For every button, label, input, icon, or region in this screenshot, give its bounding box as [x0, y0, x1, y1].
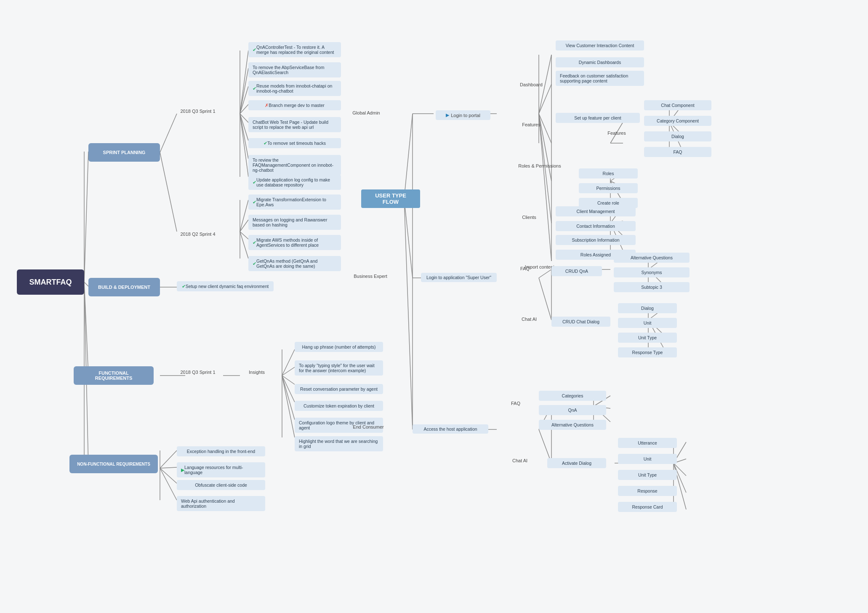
ec-faq-item-1: QnA: [539, 405, 606, 415]
features-item-2: Dialog: [644, 131, 711, 141]
insights-label: Insights: [240, 370, 274, 375]
svg-line-36: [404, 114, 413, 199]
sprint-q2-label: 2018 Q2 Sprint 4: [177, 232, 219, 237]
login-superuser-label: Login to application "Super User": [421, 273, 497, 282]
sprint-q2-item-2: ✔Migrate AWS methods inside of AgentServ…: [248, 235, 341, 250]
sprint-q3-item-0: ✔QnAControllerTest - To restore it. A me…: [248, 42, 341, 57]
end-consumer-label: End Consumer: [345, 424, 391, 429]
svg-line-66: [539, 269, 551, 278]
svg-line-7: [240, 51, 248, 114]
svg-line-14: [240, 114, 248, 177]
sprint-q2-item-1: Messages on logging and Rawanswer based …: [248, 215, 341, 230]
ec-chatai-item-4: Response Card: [618, 502, 677, 512]
be-chatai-item-1: Unit: [618, 318, 677, 328]
roles-item-1: Permissions: [579, 183, 638, 193]
dashboard-label: Dashboard: [514, 82, 548, 87]
sprint-q3-item-7: ✔Update application log config to make u…: [248, 175, 341, 190]
ec-faq-item-0: Categories: [539, 391, 606, 401]
svg-line-83: [404, 199, 413, 429]
clients-item-0: Client Management: [556, 206, 636, 216]
ec-activate-dialog: Activate Dialog: [547, 458, 606, 468]
svg-line-10: [240, 104, 248, 114]
nonfunctional-item-3: Web Api authentication and authorization: [177, 496, 265, 511]
svg-line-8: [240, 68, 248, 114]
svg-line-6: [160, 152, 177, 232]
be-faq-item-1: Synonyms: [614, 267, 690, 277]
dashboard-item-1: Dynamic Dashboards: [556, 57, 644, 67]
global-admin-label: Global Admin: [345, 110, 387, 115]
svg-line-27: [282, 376, 295, 402]
svg-line-2: [84, 282, 88, 376]
clients-label: Clients: [514, 215, 544, 220]
ec-chatai-label: Chat AI: [505, 458, 535, 463]
svg-line-1: [84, 282, 88, 286]
usertype-label: USER TYPE FLOW: [368, 192, 413, 205]
build-item-0: ✔Setup new client dynamic faq environmen…: [177, 281, 274, 291]
svg-line-0: [84, 152, 88, 282]
access-host-label: Access the host application: [413, 424, 488, 434]
sprint-q3-item-6: To review the FAQManagementComponent on …: [248, 155, 341, 175]
be-chatai-label: Chat AI: [514, 317, 544, 322]
ec-chatai-item-3: Response: [618, 486, 677, 496]
svg-line-55: [539, 114, 551, 223]
category-build-label: BUILD & DEPLOYMENT: [98, 285, 150, 290]
connectors: [0, 0, 868, 613]
features-label: Features: [514, 122, 548, 127]
svg-line-62: [539, 114, 551, 261]
features-sub-label: Features: [602, 131, 631, 136]
functional-item-3: Customize token expiration by client: [295, 401, 383, 411]
ec-faq-label: FAQ: [505, 401, 526, 406]
svg-line-16: [240, 200, 248, 232]
functional-item-5: Highlight the word that we are searching…: [295, 436, 383, 451]
svg-line-34: [160, 468, 177, 500]
functional-item-0: Hang up phrase (number of attempts): [295, 342, 383, 352]
svg-line-32: [160, 467, 177, 468]
sprint-q3-item-5: ✔To remove set timeouts hacks: [248, 138, 341, 148]
nonfunctional-item-2: Obfuscate client-side code: [177, 480, 265, 490]
root-label: SMARTFAQ: [29, 278, 72, 287]
be-faq-item-2: Subtopic 3: [614, 282, 690, 292]
ec-chatai-item-0: Utterance: [618, 438, 677, 448]
sprint-q3-label: 2018 Q3 Sprint 1: [177, 109, 219, 114]
root-node: SMARTFAQ: [17, 269, 84, 295]
svg-line-29: [282, 376, 295, 437]
features-item-0: Chat Component: [644, 100, 711, 110]
svg-line-25: [282, 367, 295, 376]
svg-line-5: [160, 114, 177, 152]
svg-line-63: [404, 199, 413, 278]
mind-map: SMARTFAQ SPRINT PLANNING 2018 Q3 Sprint …: [0, 0, 868, 613]
sprint-q3-item-3: ✗Branch merge dev to master: [248, 100, 341, 110]
sprint-q3-item-2: ✔Reuse models from innobot-chatapi on in…: [248, 81, 341, 96]
ec-faq-item-2: Alternative Questions: [539, 420, 606, 430]
be-faq-label: FAQ: [514, 266, 535, 271]
clients-item-2: Subscription Information: [556, 235, 636, 245]
ec-chatai-item-2: Unit Type: [618, 470, 677, 480]
dashboard-item-0: View Customer Interaction Content: [556, 40, 644, 51]
functional-sprint-label: 2018 Q3 Sprint 1: [177, 370, 219, 375]
nonfunctional-item-1: ▶Language resources for multi-language: [177, 462, 265, 477]
features-item-3: FAQ: [644, 147, 711, 157]
functional-item-1: To apply "typing style" for the user wai…: [295, 360, 383, 376]
nonfunctional-item-0: Exception handling in the front-end: [177, 446, 265, 456]
svg-line-28: [282, 376, 295, 420]
category-sprint: SPRINT PLANNING: [88, 143, 160, 162]
sprint-q3-item-1: To remove the AbpServiceBase from QnAEla…: [248, 62, 341, 77]
svg-line-11: [240, 114, 248, 123]
category-nonfunctional-label: NON-FUNCTIONAL REQUIREMENTS: [77, 462, 150, 466]
svg-line-17: [240, 220, 248, 232]
svg-line-40: [539, 84, 551, 114]
svg-line-26: [282, 376, 295, 384]
be-chatai-item-3: Response Type: [618, 347, 677, 357]
dashboard-item-2: Feedback on customer satisfaction suppor…: [556, 71, 644, 86]
be-crud-chatdialog: CRUD Chat Dialog: [551, 317, 610, 327]
svg-line-13: [240, 114, 248, 159]
sprint-q2-item-3: ✔GetQnAs method (GetQnA and GetQnAs are …: [248, 256, 341, 271]
svg-line-18: [240, 232, 248, 239]
category-nonfunctional: NON-FUNCTIONAL REQUIREMENTS: [69, 455, 158, 473]
roles-item-0: Roles: [579, 168, 638, 179]
svg-line-33: [160, 468, 177, 483]
clients-item-1: Contact Information: [556, 221, 636, 231]
svg-line-24: [282, 349, 295, 376]
features-item-1: Category Component: [644, 116, 711, 126]
roles-label: Roles & Permissions: [514, 163, 565, 168]
